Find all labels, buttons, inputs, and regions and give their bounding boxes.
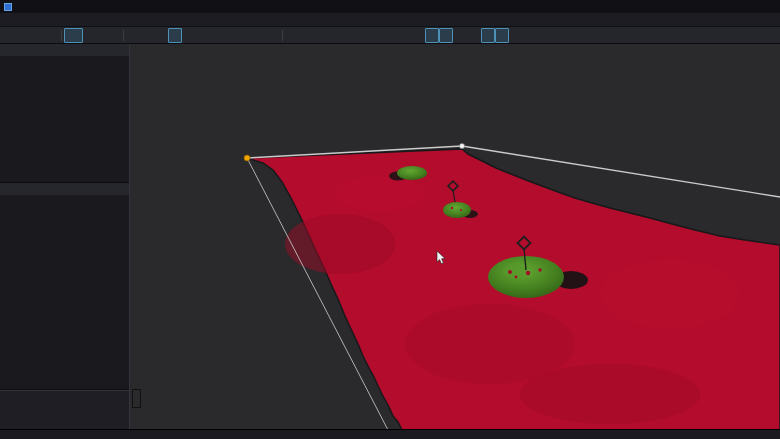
color-legend xyxy=(132,389,144,408)
scene-3d[interactable] xyxy=(130,44,780,429)
orbit-view-button[interactable] xyxy=(154,28,168,43)
view-2d-button[interactable] xyxy=(83,28,102,43)
cloud-box-button[interactable] xyxy=(663,28,677,43)
arc-measure-button[interactable] xyxy=(369,28,383,43)
toolbar xyxy=(0,27,780,44)
point-cloud-button[interactable] xyxy=(551,28,565,43)
project-tree-body xyxy=(0,56,129,182)
view-split-button[interactable] xyxy=(102,28,121,43)
toolbar-separator xyxy=(123,30,124,41)
scatter-points-button[interactable] xyxy=(467,28,481,43)
contours-button[interactable] xyxy=(196,28,210,43)
waypoint-pin-button[interactable] xyxy=(341,28,355,43)
properties-grid xyxy=(0,195,129,389)
add-cloud-point-button[interactable] xyxy=(565,28,579,43)
property-description-box xyxy=(0,390,129,429)
crop-box-button[interactable] xyxy=(593,28,607,43)
status-bar xyxy=(0,429,780,439)
snapshot-camera-button[interactable] xyxy=(238,28,252,43)
smooth-surface-button[interactable] xyxy=(621,28,635,43)
toolbar-separator xyxy=(282,30,283,41)
detect-boulders-alt-button[interactable] xyxy=(495,28,509,43)
legend-colorbar xyxy=(132,389,141,408)
save-file-button[interactable] xyxy=(31,28,45,43)
cluster-points-button[interactable] xyxy=(607,28,621,43)
sidebar xyxy=(0,44,130,429)
track-points-button[interactable] xyxy=(327,28,341,43)
connect-database-button[interactable] xyxy=(45,28,59,43)
runline-vertex-start[interactable] xyxy=(244,155,250,161)
remove-cloud-point-button[interactable] xyxy=(579,28,593,43)
waypoint-query-button[interactable] xyxy=(355,28,369,43)
fill-seabed-button[interactable] xyxy=(425,28,439,43)
profile-stack-button[interactable] xyxy=(313,28,327,43)
profile-multi-button[interactable] xyxy=(299,28,313,43)
runline-vertex-mid[interactable] xyxy=(459,143,464,148)
light-settings-button[interactable] xyxy=(397,28,411,43)
properties-panel xyxy=(0,183,129,390)
view-3d-button[interactable] xyxy=(64,28,83,43)
wireframe-model-button[interactable] xyxy=(224,28,238,43)
open-file-button[interactable] xyxy=(17,28,31,43)
cloud-orbit-button[interactable] xyxy=(649,28,663,43)
zoom-extents-button[interactable] xyxy=(140,28,154,43)
record-video-button[interactable] xyxy=(252,28,266,43)
ruler-button[interactable] xyxy=(266,28,280,43)
main-area xyxy=(0,44,780,429)
color-mode-button[interactable] xyxy=(411,28,425,43)
properties-header xyxy=(0,183,129,195)
export-xyz-button[interactable] xyxy=(537,28,551,43)
profile-single-button[interactable] xyxy=(285,28,299,43)
add-point-button[interactable] xyxy=(509,28,523,43)
select-cursor-button[interactable] xyxy=(635,28,649,43)
north-up-button[interactable] xyxy=(126,28,140,43)
grid-button[interactable] xyxy=(182,28,196,43)
tag-objects-button[interactable] xyxy=(453,28,467,43)
menu-bar xyxy=(0,13,780,27)
title-bar xyxy=(0,0,780,13)
shading-mode-button[interactable] xyxy=(168,28,182,43)
project-tree-header xyxy=(0,44,129,56)
remove-point-button[interactable] xyxy=(523,28,537,43)
app-window xyxy=(0,0,780,439)
layers-button[interactable] xyxy=(439,28,453,43)
toolbar-separator xyxy=(61,30,62,41)
viewport-3d[interactable] xyxy=(130,44,780,429)
rect-select-button[interactable] xyxy=(383,28,397,43)
mesh-surface-button[interactable] xyxy=(210,28,224,43)
app-icon xyxy=(4,3,12,11)
detect-boulders-button[interactable] xyxy=(481,28,495,43)
project-tree-panel xyxy=(0,44,129,183)
new-file-button[interactable] xyxy=(3,28,17,43)
